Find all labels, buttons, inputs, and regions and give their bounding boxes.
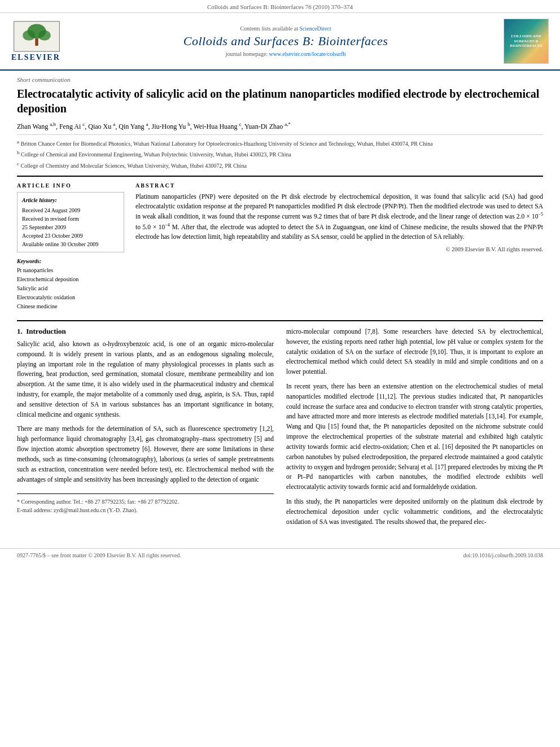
received-revised-label: Received in revised form — [22, 215, 119, 223]
article-info-column: ARTICLE INFO Article history: Received 2… — [17, 182, 124, 311]
journal-header-right: COLLOIDS AND SURFACES B BIOINTERFACES — [492, 19, 549, 64]
keyword-1: Pt nanoparticles — [17, 266, 124, 275]
keyword-5: Chinese medicine — [17, 302, 124, 311]
abstract-column: ABSTRACT Platinum nanoparticles (PNP) we… — [135, 182, 543, 311]
journal-citation: Colloids and Surfaces B: Biointerfaces 7… — [207, 3, 353, 10]
article-type: Short communication — [17, 76, 543, 83]
right-para-3: In this study, the Pt nanoparticles were… — [286, 497, 543, 527]
article-info-label: ARTICLE INFO — [17, 182, 124, 189]
footnote-email: E-mail address: zydi@mail.hust.edu.cn (Y… — [17, 506, 274, 514]
revised-date: 25 September 2009 — [22, 223, 119, 231]
footnote-section: * Corresponding author. Tel.: +86 27 877… — [17, 493, 274, 514]
intro-para-1: Salicylic acid, also known as o-hydroxyb… — [17, 339, 274, 420]
article-history-box: Article history: Received 24 August 2009… — [17, 192, 124, 252]
keyword-4: Electrocatalytic oxidation — [17, 293, 124, 302]
received-date: Received 24 August 2009 — [22, 206, 119, 215]
svg-rect-4 — [35, 38, 38, 46]
authors-line: Zhan Wang a,b, Feng Ai c, Qiao Xu a, Qin… — [17, 121, 543, 131]
keywords-label: Keywords: — [17, 258, 124, 264]
elsevier-tree-icon — [11, 21, 62, 52]
footnote-corresponding: * Corresponding author. Tel.: +86 27 877… — [17, 497, 274, 506]
abstract-text: Platinum nanoparticles (PNP) were deposi… — [135, 192, 543, 242]
svg-point-2 — [23, 30, 35, 40]
sciencedirect-line: Contents lists available at ScienceDirec… — [79, 25, 492, 32]
journal-header-center: Contents lists available at ScienceDirec… — [79, 25, 492, 57]
journal-cover-image: COLLOIDS AND SURFACES B BIOINTERFACES — [504, 19, 549, 64]
keywords-section: Keywords: Pt nanoparticles Electrochemic… — [17, 258, 124, 311]
elsevier-logo: ELSEVIER — [11, 21, 79, 62]
homepage-link[interactable]: www.elsevier.com/locate/colsurfb — [269, 51, 346, 57]
footer-doi: doi:10.1016/j.colsurfb.2009.10.038 — [463, 552, 543, 558]
authors-text: Zhan Wang a,b, Feng Ai c, Qiao Xu a, Qin… — [17, 123, 291, 130]
accepted-date: Accepted 23 October 2009 — [22, 231, 119, 240]
affiliation-c: c College of Chemistry and Molecular Sci… — [17, 160, 543, 170]
body-columns: 1. Introduction Salicylic acid, also kno… — [17, 327, 543, 531]
homepage-label: journal homepage: — [225, 51, 268, 57]
cover-alt-text: COLLOIDS AND SURFACES B BIOINTERFACES — [506, 34, 546, 48]
elsevier-brand-text: ELSEVIER — [11, 53, 60, 62]
available-online-date: Available online 30 October 2009 — [22, 240, 119, 248]
info-abstract-columns: ARTICLE INFO Article history: Received 2… — [17, 176, 543, 311]
article-title: Electrocatalytic activity of salicylic a… — [17, 86, 543, 116]
keyword-2: Electrochemical deposition — [17, 275, 124, 284]
right-para-2: In recent years, there has been an exten… — [286, 382, 543, 492]
main-content: Short communication Electrocatalytic act… — [0, 71, 560, 543]
affiliations: a Britton Chance Center for Biomedical P… — [17, 134, 543, 170]
copyright-line: © 2009 Elsevier B.V. All rights reserved… — [135, 246, 543, 252]
journal-homepage: journal homepage: www.elsevier.com/locat… — [79, 51, 492, 57]
body-left-column: 1. Introduction Salicylic acid, also kno… — [17, 327, 274, 531]
journal-citation-bar: Colloids and Surfaces B: Biointerfaces 7… — [0, 0, 560, 13]
section-number: 1. — [17, 327, 23, 335]
affiliation-c-text: College of Chemistry and Molecular Scien… — [21, 163, 247, 169]
footer-issn: 0927-7765/$ – see front matter © 2009 El… — [17, 552, 181, 558]
journal-title: Colloids and Surfaces B: Biointerfaces — [79, 34, 492, 49]
svg-point-3 — [38, 30, 51, 40]
intro-para-2: There are many methods for the determina… — [17, 424, 274, 484]
journal-header: ELSEVIER Contents lists available at Sci… — [0, 13, 560, 71]
history-title: Article history: — [22, 196, 119, 204]
affiliation-a-text: Britton Chance Center for Biomedical Pho… — [21, 141, 433, 147]
section-title: Introduction — [26, 327, 66, 335]
page-wrapper: Colloids and Surfaces B: Biointerfaces 7… — [0, 0, 560, 747]
footer-bar: 0927-7765/$ – see front matter © 2009 El… — [0, 548, 560, 562]
right-para-1: micro-molecular compound [7,8]. Some res… — [286, 327, 543, 377]
affiliation-a: a Britton Chance Center for Biomedical P… — [17, 138, 543, 148]
affiliation-b: b College of Chemical and Environmental … — [17, 149, 543, 159]
body-section: 1. Introduction Salicylic acid, also kno… — [17, 320, 543, 531]
affiliation-b-text: College of Chemical and Environmental En… — [21, 152, 291, 158]
body-right-column: micro-molecular compound [7,8]. Some res… — [286, 327, 543, 531]
introduction-heading: 1. Introduction — [17, 327, 274, 336]
journal-header-left: ELSEVIER — [11, 21, 79, 62]
contents-label: Contents lists available at — [240, 25, 298, 32]
abstract-label: ABSTRACT — [135, 182, 543, 189]
sciencedirect-link[interactable]: ScienceDirect — [299, 25, 331, 32]
keyword-3: Salicylic acid — [17, 284, 124, 293]
